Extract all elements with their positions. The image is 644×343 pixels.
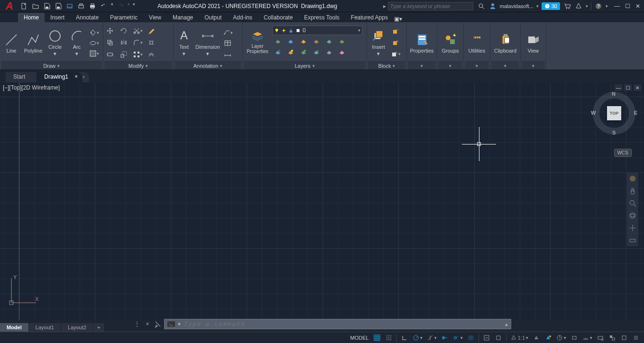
hatch-icon[interactable]: ▾ — [88, 49, 100, 58]
app-dropdown-icon[interactable]: ▾ — [586, 4, 588, 9]
tab-insert[interactable]: Insert — [45, 13, 70, 22]
ucs-icon[interactable]: Y X — [7, 274, 40, 309]
rotate-icon[interactable] — [118, 26, 129, 36]
pan-icon[interactable] — [628, 187, 637, 195]
clipboard-tool[interactable]: Clipboard — [492, 32, 519, 54]
viewcube-face[interactable]: TOP — [607, 106, 621, 120]
polygon-icon[interactable]: ▾ — [88, 28, 100, 37]
ribbon-expand-icon[interactable]: ▣▾ — [394, 16, 403, 22]
fillet-icon[interactable]: ▾ — [132, 38, 143, 47]
status-customize-icon[interactable] — [631, 333, 641, 343]
panel-annotation-label[interactable]: Annotation▾ — [175, 61, 241, 70]
status-tpy-icon[interactable] — [481, 333, 492, 343]
edit-attr-icon[interactable]: ▾ — [390, 49, 401, 59]
close-tab-icon[interactable]: × — [75, 73, 78, 79]
open-icon[interactable] — [31, 2, 40, 10]
panel-groups-label[interactable]: ▾ — [438, 61, 462, 70]
layer-thaw-icon[interactable] — [298, 47, 309, 57]
trial-badge[interactable]: 30 — [542, 2, 560, 10]
layer-off-icon[interactable] — [272, 36, 284, 46]
wcs-badge[interactable]: WCS — [614, 149, 632, 157]
cmd-customize-icon[interactable] — [154, 320, 162, 328]
search-input[interactable] — [388, 2, 473, 10]
status-units-icon[interactable]: ▾ — [581, 333, 594, 343]
tab-home[interactable]: Home — [18, 13, 45, 22]
groups-tool[interactable]: Groups — [439, 32, 462, 54]
status-osnap-icon[interactable] — [440, 333, 450, 343]
layer-freeze-icon[interactable] — [298, 36, 309, 46]
maximize-button[interactable]: ☐ — [623, 2, 632, 10]
panel-utilities-label[interactable]: ▾ — [465, 61, 489, 70]
viewport-label[interactable]: [–][Top][2D Wireframe] — [3, 84, 60, 91]
user-dropdown-icon[interactable]: ▾ — [536, 4, 539, 9]
edit-block-icon[interactable] — [390, 38, 401, 47]
saveas-icon[interactable] — [54, 2, 63, 10]
cmd-history-icon[interactable]: ▴ — [505, 321, 508, 327]
close-button[interactable]: ✕ — [634, 2, 642, 10]
view-tool[interactable]: View — [522, 32, 545, 54]
mirror-icon[interactable] — [118, 38, 129, 47]
panel-clipboard-label[interactable]: ▾ — [491, 61, 519, 70]
save-icon[interactable] — [43, 2, 51, 10]
add-layout-button[interactable]: + — [93, 323, 104, 332]
viewcube[interactable]: TOP N S W E — [593, 92, 635, 135]
status-autoscale-icon[interactable] — [543, 333, 553, 343]
status-annomon-icon[interactable] — [569, 333, 580, 343]
move-icon[interactable] — [104, 26, 116, 36]
trim-icon[interactable]: ▾ — [132, 26, 143, 36]
layer-match-icon[interactable] — [323, 36, 335, 46]
stretch-icon[interactable] — [104, 50, 116, 59]
viewcube-w[interactable]: W — [591, 110, 596, 116]
layer-isolate-icon[interactable] — [285, 36, 296, 46]
layer-dropdown[interactable]: 0 ▾ — [272, 26, 362, 35]
help-icon[interactable]: ? — [594, 2, 603, 10]
vp-close-button[interactable]: ✕ — [634, 84, 641, 91]
offset-icon[interactable] — [146, 50, 157, 59]
layer-unlock-icon[interactable] — [311, 47, 322, 57]
layer-on-icon[interactable] — [285, 47, 296, 57]
array-icon[interactable]: ▾ — [132, 50, 143, 59]
tab-view[interactable]: View — [143, 13, 167, 22]
layer-lock-icon[interactable] — [311, 36, 322, 46]
create-block-icon[interactable] — [390, 27, 401, 36]
layer-makecurrent-icon[interactable] — [272, 47, 284, 57]
tab-expresstools[interactable]: Express Tools — [298, 13, 345, 22]
status-clean-icon[interactable] — [619, 333, 629, 343]
panel-view-label[interactable]: ▾ — [522, 61, 545, 70]
linear-dim-icon[interactable] — [222, 49, 233, 58]
tab-parametric[interactable]: Parametric — [104, 13, 143, 22]
line-tool[interactable]: Line — [1, 32, 22, 54]
cmd-handle-icon[interactable]: ⋮ — [133, 320, 141, 328]
tab-collaborate[interactable]: Collaborate — [258, 13, 298, 22]
file-tab-start[interactable]: Start — [6, 72, 39, 82]
panel-properties-label[interactable]: ▾ — [408, 61, 436, 70]
print-icon[interactable] — [88, 2, 97, 10]
cart-icon[interactable] — [563, 2, 571, 10]
arc-tool[interactable]: Arc▾ — [66, 28, 87, 58]
status-polar-icon[interactable]: ▾ — [411, 333, 424, 343]
panel-block-label[interactable]: Block▾ — [368, 61, 405, 70]
full-nav-wheel-icon[interactable] — [628, 174, 637, 183]
panel-modify-label[interactable]: Modify▾ — [104, 61, 172, 70]
zoom-icon[interactable] — [628, 199, 637, 208]
vp-maximize-button[interactable]: ☐ — [624, 84, 632, 91]
redo-dropdown-icon[interactable]: ▾ — [128, 2, 130, 10]
command-input[interactable] — [184, 321, 502, 327]
redo-icon[interactable] — [116, 2, 125, 10]
status-qp-icon[interactable] — [493, 333, 504, 343]
panel-layers-label[interactable]: Layers▾ — [244, 61, 366, 70]
viewcube-s[interactable]: S — [612, 130, 616, 135]
text-tool[interactable]: AText▾ — [175, 28, 193, 58]
viewcube-e[interactable]: E — [634, 110, 637, 116]
polyline-tool[interactable]: Polyline — [23, 32, 44, 54]
minimize-button[interactable]: — — [613, 2, 621, 10]
plot-icon[interactable] — [77, 2, 85, 10]
dimension-tool[interactable]: Dimension▾ — [194, 28, 221, 58]
status-annoscale-icon[interactable]: 1:1▾ — [509, 333, 530, 343]
tab-addins[interactable]: Add-ins — [227, 13, 258, 22]
tab-featuredapps[interactable]: Featured Apps — [345, 13, 394, 22]
layer-copy-icon[interactable] — [336, 47, 348, 57]
tab-manage[interactable]: Manage — [167, 13, 199, 22]
search-prev-icon[interactable]: ▸ — [383, 3, 386, 9]
panel-draw-label[interactable]: Draw▾ — [1, 61, 102, 70]
